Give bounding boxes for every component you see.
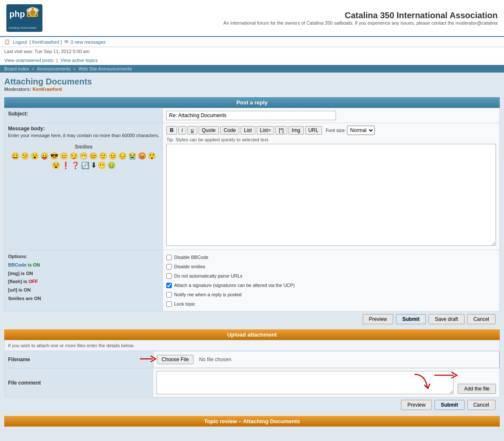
list-eq-button[interactable]: List=: [257, 126, 274, 135]
upload-preview-button[interactable]: Preview: [401, 400, 432, 410]
upload-desc-cell: If you wish to attach one or more files …: [5, 340, 500, 351]
attach-signature-checkbox[interactable]: [166, 283, 172, 288]
italic-button[interactable]: i: [178, 126, 186, 135]
smiley-21[interactable]: 😶: [98, 161, 106, 169]
web-site-link[interactable]: Web Site Announcements: [78, 66, 132, 71]
choose-file-button[interactable]: Choose File: [157, 355, 193, 364]
smiley-15[interactable]: 😲: [148, 152, 156, 160]
logout-link[interactable]: Logout: [13, 39, 27, 45]
flash-text: [flash] is: [8, 279, 28, 284]
flash-status: [flash] is OFF: [8, 278, 159, 286]
message-textarea[interactable]: [166, 144, 496, 246]
smiley-4[interactable]: 😛: [40, 152, 49, 160]
subject-row: Subject:: [5, 108, 500, 123]
url-button[interactable]: URL: [305, 126, 322, 135]
smiley-22[interactable]: 🤢: [107, 161, 116, 169]
editor-toolbar: B i u Quote Code List List= [*] Img URL …: [166, 126, 496, 135]
bold-button[interactable]: B: [166, 126, 177, 135]
disable-smilies-checkbox[interactable]: [166, 264, 172, 270]
add-file-button[interactable]: Add the file: [458, 384, 496, 394]
smiley-19[interactable]: 🔃: [81, 161, 90, 169]
filename-row: Filename Choose File No file chosen: [5, 351, 500, 368]
topic-review-bar: Topic review – Attaching Documents: [4, 416, 500, 427]
smiley-18[interactable]: ❓: [71, 161, 80, 169]
username-link[interactable]: KenKrawford: [32, 39, 59, 45]
smiley-5[interactable]: 😎: [50, 152, 59, 160]
messages-link[interactable]: 0 new messages: [71, 39, 106, 45]
options-label-cell: Options: BBCode is ON [img] is ON [flash…: [5, 250, 163, 312]
lock-topic-checkbox[interactable]: [166, 301, 172, 307]
filename-label-cell: Filename: [5, 351, 153, 368]
lock-topic-label[interactable]: Lock topic: [166, 299, 496, 309]
smiley-14[interactable]: 😡: [138, 152, 146, 160]
active-topics-link[interactable]: View active topics: [61, 58, 98, 63]
smiley-16[interactable]: 😵: [52, 161, 60, 169]
smiley-20[interactable]: ⬇: [91, 161, 96, 169]
bbcode-link[interactable]: BBCode: [8, 262, 26, 267]
preview-button[interactable]: Preview: [363, 314, 394, 324]
file-comment-textarea[interactable]: [157, 371, 454, 394]
logout-icon: 📋: [4, 39, 10, 45]
action-buttons-row: Preview Submit Save draft Cancel: [4, 312, 500, 327]
subject-input[interactable]: [166, 111, 336, 120]
quick-links-bar: View unanswered posts | View active topi…: [0, 56, 504, 65]
no-auto-urls-label[interactable]: Do not automatically parse URLs: [166, 271, 496, 281]
notify-reply-label[interactable]: Notify me when a reply is posted: [166, 290, 496, 299]
lock-topic-text: Lock topic: [174, 299, 195, 309]
smiley-7[interactable]: 😏: [70, 152, 78, 160]
post-reply-header: Post a reply: [4, 97, 500, 108]
smiley-10[interactable]: 🙂: [99, 152, 107, 160]
underline-button[interactable]: u: [188, 126, 197, 135]
smiley-3[interactable]: 😮: [31, 152, 39, 160]
site-title-area: Catalina 350 International Association A…: [224, 11, 498, 25]
cancel-button[interactable]: Cancel: [467, 314, 496, 324]
options-status: Options: BBCode is ON [img] is ON [flash…: [8, 253, 159, 303]
list-button[interactable]: List: [241, 126, 255, 135]
moderators-label: Moderators:: [4, 87, 31, 92]
img-status-text: [img] is ON: [8, 271, 33, 276]
upload-submit-button[interactable]: Submit: [434, 400, 465, 410]
smiley-9[interactable]: 😊: [89, 152, 98, 160]
reply-table: Subject: Message body: Enter your messag…: [4, 108, 500, 312]
attach-signature-label[interactable]: Attach a signature (signatures can be al…: [166, 281, 496, 290]
disable-smilies-label[interactable]: Disable smilies: [166, 262, 496, 271]
smiley-1[interactable]: 😀: [11, 152, 20, 160]
smiley-6[interactable]: 😑: [60, 152, 68, 160]
img-button[interactable]: Img: [288, 126, 304, 135]
logo-area: php BB creating communities: [6, 4, 42, 32]
page-title-area: Attaching Documents Moderators: KenKrawf…: [0, 73, 504, 94]
attach-signature-text: Attach a signature (signatures can be al…: [174, 281, 294, 290]
disable-bbcode-checkbox[interactable]: [166, 255, 172, 260]
message-body-label: Message body:: [8, 126, 159, 132]
message-body-row: Message body: Enter your message here, i…: [5, 123, 500, 250]
smiley-8[interactable]: 😁: [79, 152, 88, 160]
smiley-13[interactable]: 😭: [128, 152, 137, 160]
announcements-link[interactable]: Announcements: [37, 66, 71, 71]
message-icon: ✉: [64, 39, 68, 45]
smilies-status: Smilies are ON: [8, 295, 159, 303]
smiley-11[interactable]: 😐: [109, 152, 117, 160]
moderator-link[interactable]: KenKrawford: [33, 87, 62, 92]
page-title: Attaching Documents: [4, 77, 500, 87]
unanswered-posts-link[interactable]: View unanswered posts: [4, 58, 53, 63]
board-index-link[interactable]: Board index: [4, 66, 29, 71]
subject-label: Subject:: [5, 108, 163, 123]
message-editor-cell: B i u Quote Code List List= [*] Img URL …: [163, 123, 500, 250]
quote-button[interactable]: Quote: [199, 126, 219, 135]
smiley-12[interactable]: 😔: [118, 152, 127, 160]
moderators: Moderators: KenKrawford: [4, 87, 500, 92]
smiley-17[interactable]: ❗: [62, 161, 70, 169]
tip-text: Tip: Styles can be applied quickly to se…: [166, 137, 496, 142]
disable-bbcode-label[interactable]: Disable BBCode: [166, 253, 496, 262]
bullet-button[interactable]: [*]: [275, 126, 287, 135]
notify-reply-checkbox[interactable]: [166, 292, 172, 298]
smiley-2[interactable]: 😕: [21, 152, 29, 160]
font-size-select[interactable]: Normal Small Large: [347, 126, 375, 135]
upload-cancel-button[interactable]: Cancel: [467, 400, 496, 410]
breadcrumb-sep1: »: [32, 66, 36, 71]
filename-label: Filename: [8, 357, 30, 362]
no-auto-urls-checkbox[interactable]: [166, 273, 172, 279]
submit-button[interactable]: Submit: [396, 314, 426, 324]
save-draft-button[interactable]: Save draft: [428, 314, 465, 324]
code-button[interactable]: Code: [220, 126, 239, 135]
